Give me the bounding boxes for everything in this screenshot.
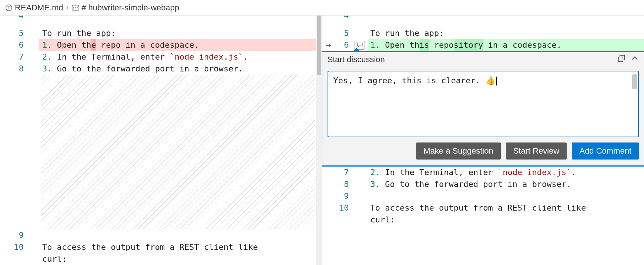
code-line[interactable]: 10To access the output from a REST clien… <box>0 241 322 253</box>
diff-right-pane: 45To run the app:→61. Open this reposito… <box>322 16 644 265</box>
breadcrumb-section[interactable]: abc # hubwriter-simple-webapp <box>72 3 179 13</box>
code-line[interactable]: curl: <box>0 253 322 265</box>
line-number: 5 <box>0 27 28 39</box>
gutter-marker <box>28 241 39 253</box>
restore-icon[interactable] <box>617 54 625 65</box>
line-number: 8 <box>0 63 28 75</box>
gutter-marker <box>28 253 39 265</box>
comment-text: Yes, I agree, this is clearer. 👍 <box>333 76 496 85</box>
code-content: To run the app: <box>368 27 644 39</box>
gutter-marker <box>28 229 39 241</box>
code-line[interactable]: →61. Open this repository in a codespace… <box>322 39 644 51</box>
line-number: 4 <box>0 16 28 21</box>
line-number: 6 <box>336 39 353 51</box>
info-icon <box>5 4 13 11</box>
code-line[interactable]: 83. Go to the forwarded port in a browse… <box>322 178 644 190</box>
line-number: 8 <box>336 178 353 190</box>
line-number: 9 <box>336 190 353 202</box>
breadcrumb-separator: › <box>66 3 69 13</box>
code-line[interactable]: 10To access the output from a REST clien… <box>322 202 644 214</box>
breadcrumb-file-label: README.md <box>15 3 63 13</box>
gutter-marker <box>28 16 39 27</box>
line-number: 7 <box>0 51 28 63</box>
line-number: 5 <box>336 27 353 39</box>
code-line[interactable]: 5To run the app: <box>0 27 322 39</box>
line-number: 10 <box>0 241 28 253</box>
line-number <box>336 214 353 226</box>
inline-arrow-icon <box>322 16 336 21</box>
code-line[interactable]: 4 <box>322 16 644 27</box>
make-suggestion-button[interactable]: Make a Suggestion <box>416 142 500 160</box>
code-content: To run the app: <box>39 27 322 39</box>
gutter-marker <box>28 27 39 39</box>
breadcrumb: README.md › abc # hubwriter-simple-webap… <box>0 0 644 16</box>
breadcrumb-file[interactable]: README.md <box>5 3 63 13</box>
comment-glyph <box>353 167 366 178</box>
line-number: 6 <box>0 39 28 51</box>
discussion-title: Start discussion <box>328 55 385 64</box>
discussion-panel: Start discussion Yes, I agree, this is c… <box>322 51 644 167</box>
discussion-arrow-icon <box>352 48 361 52</box>
collapse-icon[interactable] <box>631 54 639 65</box>
line-number: 7 <box>336 167 353 178</box>
add-comment-button[interactable]: Add Comment <box>572 142 639 160</box>
comment-glyph <box>353 214 366 226</box>
breadcrumb-section-label: # hubwriter-simple-webapp <box>81 3 179 13</box>
code-content: 2. In the Terminal, enter `node index.js… <box>39 51 322 63</box>
comment-glyph <box>353 27 366 39</box>
code-content: 1. Open the repo in a codespace. <box>39 39 322 51</box>
line-number: 4 <box>336 16 353 21</box>
inline-arrow-icon <box>322 167 336 178</box>
code-content: 3. Go to the forwarded port in a browser… <box>39 63 322 75</box>
inline-arrow-icon: → <box>322 39 336 51</box>
code-line[interactable]: 72. In the Terminal, enter `node index.j… <box>0 51 322 63</box>
symbol-string-icon: abc <box>72 5 79 11</box>
code-line[interactable]: 5To run the app: <box>322 27 644 39</box>
inline-arrow-icon <box>322 190 336 202</box>
comment-glyph <box>353 202 366 214</box>
gutter-marker <box>28 39 39 51</box>
diff-left-pane: 45To run the app:61. Open the repo in a … <box>0 16 322 265</box>
gutter-marker <box>28 63 39 75</box>
inline-arrow-icon <box>322 214 336 226</box>
code-content: curl: <box>39 253 322 265</box>
code-line[interactable]: 9 <box>0 229 322 241</box>
start-review-button[interactable]: Start Review <box>506 142 567 160</box>
line-number: 10 <box>336 202 353 214</box>
code-line[interactable]: 9 <box>322 190 644 202</box>
code-content: To access the output from a REST client … <box>39 241 322 253</box>
gutter-marker <box>28 51 39 63</box>
code-content: 1. Open this repository in a codespace. <box>368 39 644 51</box>
code-content <box>39 16 322 21</box>
code-content: curl: <box>368 214 644 226</box>
svg-text:abc: abc <box>73 7 78 10</box>
comment-glyph <box>353 16 366 27</box>
line-number <box>0 253 28 265</box>
code-content: 2. In the Terminal, enter `node index.js… <box>368 167 644 178</box>
code-content <box>39 229 322 241</box>
code-content <box>368 190 644 202</box>
comment-glyph <box>353 190 366 202</box>
code-line[interactable]: curl: <box>322 214 644 226</box>
code-line[interactable]: 83. Go to the forwarded port in a browse… <box>0 63 322 75</box>
inline-arrow-icon <box>322 178 336 190</box>
diff-filler <box>0 75 322 229</box>
inline-arrow-icon <box>322 202 336 214</box>
code-line[interactable]: 4 <box>0 16 322 27</box>
code-line[interactable]: 72. In the Terminal, enter `node index.j… <box>322 167 644 178</box>
comment-glyph <box>353 178 366 190</box>
comment-icon <box>356 42 363 48</box>
code-content: To access the output from a REST client … <box>368 202 644 214</box>
svg-point-2 <box>9 6 9 7</box>
line-number: 9 <box>0 229 28 241</box>
scrollbar[interactable] <box>316 16 322 265</box>
code-content: 3. Go to the forwarded port in a browser… <box>368 178 644 190</box>
code-content <box>368 16 644 21</box>
code-line[interactable]: 61. Open the repo in a codespace. <box>0 39 322 51</box>
inline-arrow-icon <box>322 27 336 39</box>
comment-input[interactable]: Yes, I agree, this is clearer. 👍 <box>328 71 639 137</box>
textarea-scrollbar[interactable] <box>632 74 637 134</box>
svg-rect-5 <box>618 57 623 61</box>
